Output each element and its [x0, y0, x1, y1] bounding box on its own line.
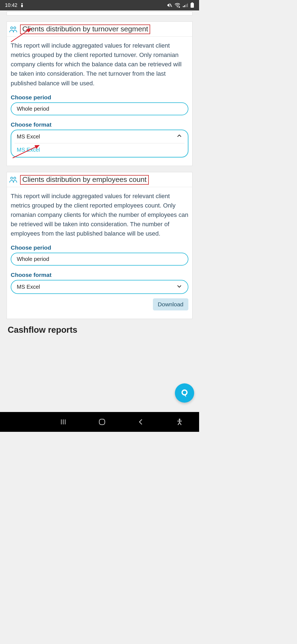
period-select[interactable]: Whole period	[11, 102, 188, 115]
android-nav-bar	[0, 412, 199, 432]
svg-point-13	[14, 177, 16, 179]
app-notification-icon	[20, 3, 24, 7]
format-label: Choose format	[11, 272, 188, 278]
svg-rect-6	[186, 4, 186, 7]
svg-line-26	[180, 422, 181, 425]
wifi-icon: +	[174, 3, 180, 8]
format-select-open[interactable]: MS Excel MS Excel	[11, 130, 188, 157]
format-option-msexcel[interactable]: MS Excel	[11, 143, 188, 157]
period-label: Choose period	[11, 94, 188, 101]
svg-rect-4	[183, 6, 184, 7]
card-header: Clients distribution by turnover segment	[7, 22, 192, 37]
svg-point-2	[177, 7, 178, 7]
back-button[interactable]	[135, 416, 146, 427]
svg-rect-9	[191, 3, 194, 8]
chat-fab[interactable]	[175, 383, 194, 403]
accessibility-button[interactable]	[174, 416, 185, 427]
annotation-highlight-box: Clients distribution by turnover segment	[20, 24, 150, 34]
svg-rect-8	[191, 2, 193, 3]
report-card-turnover: Clients distribution by turnover segment…	[7, 21, 193, 166]
svg-rect-7	[187, 4, 188, 7]
format-value: MS Excel	[17, 284, 40, 290]
period-label: Choose period	[11, 244, 188, 251]
format-label: Choose format	[11, 121, 188, 128]
card-description: This report will include aggregated valu…	[11, 41, 188, 88]
chevron-down-icon	[176, 283, 182, 291]
people-icon	[9, 176, 17, 183]
svg-text:+: +	[179, 6, 180, 8]
svg-rect-21	[99, 419, 105, 425]
people-icon	[9, 26, 17, 33]
svg-point-17	[183, 391, 186, 394]
svg-point-0	[21, 3, 23, 5]
report-card-employees: Clients distribution by employees count …	[7, 172, 193, 319]
signal-icon	[183, 3, 188, 7]
card-title: Clients distribution by employees count	[22, 175, 147, 184]
card-description: This report will include aggregated valu…	[11, 192, 188, 238]
svg-point-11	[14, 27, 16, 29]
status-bar: 10:42 +	[0, 0, 199, 10]
format-select[interactable]: MS Excel	[11, 280, 188, 294]
svg-point-12	[11, 177, 13, 179]
period-select[interactable]: Whole period	[11, 253, 188, 266]
svg-rect-5	[184, 5, 185, 7]
card-header: Clients distribution by employees count	[7, 172, 192, 187]
previous-card-sliver	[7, 12, 193, 15]
battery-icon	[190, 2, 194, 8]
period-value: Whole period	[17, 106, 49, 112]
svg-point-22	[179, 419, 180, 420]
section-title-cashflow: Cashflow reports	[8, 325, 191, 335]
format-value: MS Excel	[17, 133, 40, 140]
mute-icon	[167, 3, 172, 8]
period-value: Whole period	[17, 256, 49, 262]
chevron-up-icon	[176, 133, 182, 140]
annotation-highlight-box: Clients distribution by employees count	[20, 175, 149, 185]
status-time: 10:42	[5, 2, 17, 8]
svg-point-10	[11, 27, 13, 29]
card-title: Clients distribution by turnover segment	[22, 25, 148, 33]
chat-icon	[180, 388, 189, 398]
home-button[interactable]	[97, 416, 108, 427]
download-button[interactable]: Download	[153, 298, 188, 310]
recents-button[interactable]	[58, 416, 69, 427]
